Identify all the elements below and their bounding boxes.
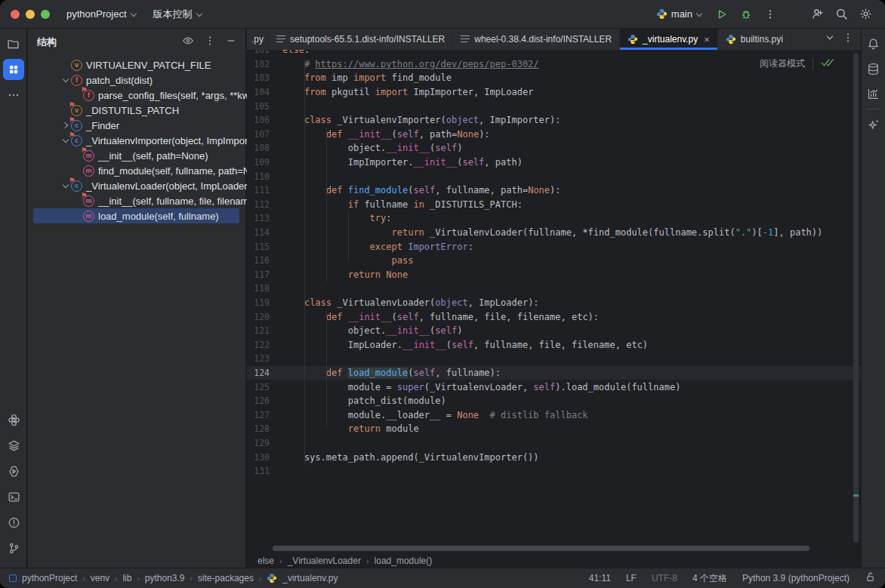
more-tool-windows-button[interactable]	[3, 85, 24, 106]
reader-mode-label[interactable]: 阅读器模式	[760, 57, 805, 70]
code-line-111[interactable]: 111 def find_module(self, fullname, path…	[247, 183, 861, 198]
code-line-129[interactable]: 129	[247, 436, 861, 451]
status-item-41-11[interactable]: 41:11	[589, 573, 611, 583]
search-everywhere-button[interactable]	[831, 4, 852, 25]
code-line-118[interactable]: 118	[247, 282, 861, 296]
endpoints-chart-button[interactable]	[864, 84, 883, 103]
services-tool-button[interactable]	[3, 435, 24, 456]
run-button[interactable]	[711, 4, 732, 25]
breadcrumb-item[interactable]: load_module()	[375, 556, 433, 566]
code-line-122[interactable]: 122 ImpLoader.__init__(self, fullname, f…	[247, 337, 861, 352]
code-line-105[interactable]: 105	[247, 99, 861, 113]
code-line-108[interactable]: 108 object.__init__(self)	[247, 141, 861, 155]
tree-item-parse_config_files[interactable]: f⚑parse_config_files(self, *args, **kwar…	[28, 88, 245, 103]
code-line-109[interactable]: 109 ImpImporter.__init__(self, path)	[247, 155, 861, 170]
code-line-110[interactable]: 110	[247, 169, 861, 183]
project-menu[interactable]: pythonProject	[60, 5, 143, 23]
tree-item-find_module[interactable]: mfind_module(self, fullname, path=None)	[28, 163, 245, 178]
project-tool-button[interactable]	[3, 33, 24, 54]
tree-item-_Finder[interactable]: c⚑_Finder	[28, 118, 245, 133]
tab-options-kebab-icon[interactable]	[843, 32, 853, 46]
code-line-131[interactable]: 131	[247, 464, 861, 479]
code-line-114[interactable]: 114 return _VirtualenvLoader(fullname, *…	[247, 226, 861, 240]
code-line-103[interactable]: 103 from imp import find_module	[247, 71, 861, 85]
ai-assistant-button[interactable]	[864, 115, 883, 134]
hide-panel-icon[interactable]	[226, 35, 236, 49]
status-item-4-[interactable]: 4 个空格	[692, 572, 727, 585]
structure-tool-button[interactable]	[3, 59, 24, 80]
tree-item-VIRTUALENV_PATCH_FILE[interactable]: vVIRTUALENV_PATCH_FILE	[28, 57, 245, 72]
code-line-113[interactable]: 113 try:	[247, 211, 861, 226]
code-line-107[interactable]: 107 def __init__(self, path=None):	[247, 128, 861, 142]
maximize-window-button[interactable]	[41, 10, 50, 19]
run-anything-tool-button[interactable]	[3, 460, 24, 482]
code-line-106[interactable]: 106 class _VirtualenvImporter(object, Im…	[247, 113, 861, 128]
code-line-101[interactable]: 101else:	[247, 50, 861, 57]
tree-item-patch_dist[interactable]: fpatch_dist(dist)	[28, 72, 245, 88]
code-line-130[interactable]: 130 sys.meta_path.append(_VirtualenvImpo…	[247, 450, 861, 464]
tab-setuptools-65.5.1.dist-info-INSTALLER[interactable]: setuptools-65.5.1.dist-info/INSTALLER	[269, 29, 453, 50]
code-line-127[interactable]: 127 module.__loader__ = None # distlib f…	[247, 408, 861, 422]
status-item-python-3-9-pythonproject-[interactable]: Python 3.9 (pythonProject)	[742, 573, 850, 583]
problems-tool-button[interactable]	[3, 512, 24, 533]
code-text: module.__loader__ = None # distlib fallb…	[282, 410, 588, 420]
horizontal-scrollbar[interactable]	[273, 546, 850, 551]
more-actions-button[interactable]	[760, 4, 781, 25]
unlock-icon[interactable]	[865, 571, 876, 585]
code-line-112[interactable]: 112 if fullname in _DISTUTILS_PATCH:	[247, 198, 861, 212]
override-flag-icon: ⚑	[69, 177, 75, 184]
tree-item-__init__[interactable]: m⚑__init__(self, path=None)	[28, 148, 245, 163]
code-with-me-button[interactable]	[806, 4, 828, 25]
path-item[interactable]: site-packages	[198, 573, 254, 583]
code-line-121[interactable]: 121 object.__init__(self)	[247, 324, 861, 338]
code-line-120[interactable]: 120 def __init__(self, fullname, file, f…	[247, 309, 861, 324]
tab--virtualenv.py[interactable]: _virtualenv.py×	[620, 29, 718, 50]
tree-item-_VirtualenvImporter[interactable]: c⚑_VirtualenvImporter(object, ImpImporte…	[28, 133, 245, 148]
path-item[interactable]: venv	[91, 573, 109, 583]
code-line-116[interactable]: 116 pass	[247, 254, 861, 268]
tree-item-load_module[interactable]: mload_module(self, fullname)	[28, 208, 245, 223]
vcs-menu[interactable]: 版本控制	[147, 5, 208, 24]
code-line-115[interactable]: 115 except ImportError:	[247, 239, 861, 254]
path-item[interactable]: python3.9	[145, 573, 185, 583]
code-editor[interactable]: 101else:102 # https://www.python.org/dev…	[247, 50, 861, 553]
breadcrumb-item[interactable]: else	[257, 556, 274, 566]
debug-button[interactable]	[735, 4, 757, 25]
code-line-128[interactable]: 128 return module	[247, 422, 861, 436]
tab-list-dropdown-icon[interactable]	[825, 32, 835, 46]
code-line-125[interactable]: 125 module = super(_VirtualenvLoader, se…	[247, 380, 861, 394]
kebab-menu-icon[interactable]	[205, 35, 215, 49]
database-button[interactable]	[864, 59, 883, 79]
path-item[interactable]: pythonProject	[22, 573, 77, 583]
breadcrumb-item[interactable]: _VirtualenvLoader	[288, 556, 361, 566]
python-packages-tool-button[interactable]	[3, 409, 24, 430]
inspections-ok-icon[interactable]	[821, 57, 834, 70]
code-line-117[interactable]: 117 return None	[247, 268, 861, 282]
tab-wheel-0.38.4.dist-info-INSTALLER[interactable]: wheel-0.38.4.dist-info/INSTALLER	[453, 29, 620, 50]
vertical-scrollbar[interactable]	[853, 53, 859, 543]
code-line-123[interactable]: 123	[247, 352, 861, 366]
tree-item-__init__[interactable]: m⚑__init__(self, fullname, file, filenam…	[28, 193, 245, 208]
path-item[interactable]: lib	[122, 573, 131, 583]
tab-.py[interactable]: .py	[247, 29, 269, 50]
tab-close-icon[interactable]: ×	[704, 34, 710, 45]
path-item[interactable]: _virtualenv.py	[282, 573, 338, 583]
view-options-icon[interactable]	[182, 35, 194, 50]
tab-builtins.pyi[interactable]: builtins.pyi	[718, 29, 791, 50]
close-window-button[interactable]	[11, 10, 20, 19]
settings-button[interactable]	[855, 4, 876, 25]
status-item-lf[interactable]: LF	[626, 573, 637, 583]
version-control-tool-button[interactable]	[3, 537, 24, 559]
code-line-124[interactable]: 124 def load_module(self, fullname):	[247, 366, 861, 380]
notifications-button[interactable]	[864, 34, 883, 54]
code-line-104[interactable]: 104 from pkgutil import ImpImporter, Imp…	[247, 85, 861, 100]
chevron-down-icon[interactable]	[61, 72, 71, 88]
code-line-119[interactable]: 119 class _VirtualenvLoader(object, ImpL…	[247, 296, 861, 310]
minimize-window-button[interactable]	[26, 10, 35, 19]
tree-item-_DISTUTILS_PATCH[interactable]: v⚑_DISTUTILS_PATCH	[28, 103, 245, 118]
tree-item-_VirtualenvLoader[interactable]: c⚑_VirtualenvLoader(object, ImpLoader)	[28, 178, 245, 193]
status-item-utf-8[interactable]: UTF-8	[652, 573, 677, 583]
code-line-126[interactable]: 126 patch_dist(module)	[247, 394, 861, 408]
run-configuration-selector[interactable]: main	[650, 5, 708, 23]
terminal-tool-button[interactable]	[3, 486, 24, 507]
